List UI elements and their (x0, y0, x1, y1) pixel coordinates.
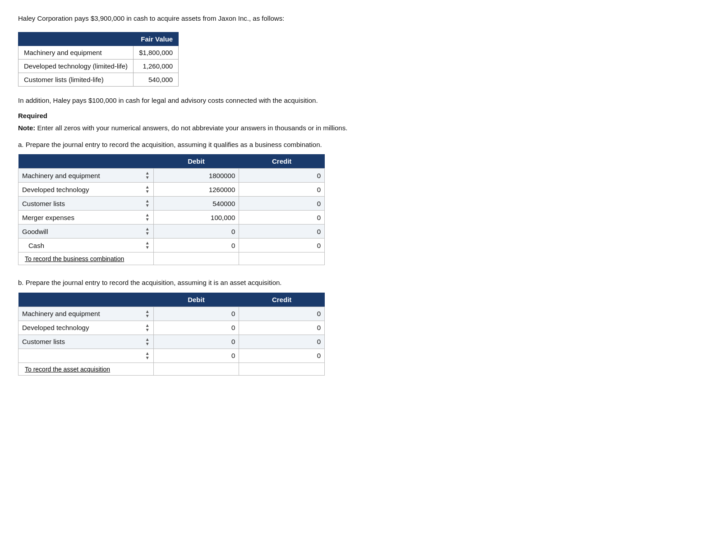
table-row: Goodwill ▲▼ 0 0 (18, 225, 325, 239)
description-link-a: To record the business combination (25, 255, 124, 262)
account-name-a-0: Machinery and equipment (22, 172, 143, 179)
part-a-label: a. Prepare the journal entry to record t… (18, 140, 710, 150)
description-row-b: To record the asset acquisition (18, 363, 325, 375)
stepper[interactable]: ▲▼ (145, 337, 150, 346)
stepper[interactable]: ▲▼ (145, 213, 150, 222)
stepper[interactable]: ▲▼ (145, 185, 150, 194)
required-label: Required (18, 112, 710, 119)
table-row: Developed technology ▲▼ 1260000 0 (18, 183, 325, 197)
account-cell-a-4: Goodwill ▲▼ (18, 225, 154, 239)
fv-account-2: Customer lists (limited-life) (18, 73, 134, 86)
credit-cell-a-1[interactable]: 0 (239, 183, 325, 197)
fair-value-row: Machinery and equipment $1,800,000 (18, 46, 179, 59)
credit-cell-a-5[interactable]: 0 (239, 239, 325, 252)
part-a-credit-header: Credit (239, 154, 325, 169)
desc-credit-a (239, 252, 325, 265)
account-cell-b-1: Developed technology ▲▼ (18, 321, 154, 335)
part-b-label: b. Prepare the journal entry to record t… (18, 278, 710, 288)
description-a: To record the business combination (18, 252, 154, 265)
description-b: To record the asset acquisition (18, 363, 154, 375)
table-row: Customer lists ▲▼ 0 0 (18, 335, 325, 349)
account-cell-a-2: Customer lists ▲▼ (18, 197, 154, 211)
account-cell-a-5: Cash ▲▼ (18, 239, 154, 252)
part-b-credit-header: Credit (239, 293, 325, 307)
account-cell-a-1: Developed technology ▲▼ (18, 183, 154, 197)
table-row: Merger expenses ▲▼ 100,000 0 (18, 211, 325, 225)
account-name-a-5: Cash (28, 242, 143, 249)
table-row: Machinery and equipment ▲▼ 1800000 0 (18, 169, 325, 183)
intro-text: Haley Corporation pays $3,900,000 in cas… (18, 14, 710, 24)
part-b-account-header (18, 293, 154, 307)
part-a-debit-header: Debit (153, 154, 239, 169)
table-row: ▲▼ 0 0 (18, 349, 325, 363)
stepper[interactable]: ▲▼ (145, 199, 150, 208)
part-a-account-header (18, 154, 154, 169)
fair-value-row: Developed technology (limited-life) 1,26… (18, 59, 179, 73)
stepper[interactable]: ▲▼ (145, 323, 150, 332)
account-name-a-1: Developed technology (22, 186, 143, 193)
desc-credit-b (239, 363, 325, 375)
debit-cell-a-0[interactable]: 1800000 (153, 169, 239, 183)
note-text: Note: Enter all zeros with your numerica… (18, 123, 710, 133)
addition-text: In addition, Haley pays $100,000 in cash… (18, 96, 710, 106)
part-a-table: Debit Credit Machinery and equipment ▲▼ … (18, 154, 325, 265)
stepper[interactable]: ▲▼ (145, 227, 150, 236)
stepper[interactable]: ▲▼ (145, 241, 150, 250)
debit-cell-b-0[interactable]: 0 (153, 307, 239, 321)
account-cell-b-3: ▲▼ (18, 349, 154, 363)
credit-cell-b-0[interactable]: 0 (239, 307, 325, 321)
credit-cell-a-2[interactable]: 0 (239, 197, 325, 211)
stepper[interactable]: ▲▼ (145, 309, 150, 318)
fv-value-0: $1,800,000 (134, 46, 179, 59)
desc-debit-a (153, 252, 239, 265)
fv-account-0: Machinery and equipment (18, 46, 134, 59)
fair-value-header: Fair Value (134, 32, 179, 46)
credit-cell-b-1[interactable]: 0 (239, 321, 325, 335)
debit-cell-b-1[interactable]: 0 (153, 321, 239, 335)
credit-cell-b-3[interactable]: 0 (239, 349, 325, 363)
stepper[interactable]: ▲▼ (145, 351, 150, 360)
table-row: Developed technology ▲▼ 0 0 (18, 321, 325, 335)
fv-account-1: Developed technology (limited-life) (18, 59, 134, 73)
table-row: Customer lists ▲▼ 540000 0 (18, 197, 325, 211)
account-cell-b-0: Machinery and equipment ▲▼ (18, 307, 154, 321)
desc-debit-b (153, 363, 239, 375)
account-name-b-2: Customer lists (22, 338, 143, 345)
account-name-a-3: Merger expenses (22, 214, 143, 221)
debit-cell-a-4[interactable]: 0 (153, 225, 239, 239)
fair-value-row: Customer lists (limited-life) 540,000 (18, 73, 179, 86)
debit-cell-b-3[interactable]: 0 (153, 349, 239, 363)
credit-cell-a-0[interactable]: 0 (239, 169, 325, 183)
debit-cell-a-3[interactable]: 100,000 (153, 211, 239, 225)
debit-cell-a-1[interactable]: 1260000 (153, 183, 239, 197)
account-name-b-1: Developed technology (22, 324, 143, 331)
fv-value-1: 1,260,000 (134, 59, 179, 73)
account-cell-a-3: Merger expenses ▲▼ (18, 211, 154, 225)
debit-cell-a-2[interactable]: 540000 (153, 197, 239, 211)
description-row-a: To record the business combination (18, 252, 325, 265)
description-link-b: To record the asset acquisition (25, 366, 110, 373)
table-row: Machinery and equipment ▲▼ 0 0 (18, 307, 325, 321)
debit-cell-b-2[interactable]: 0 (153, 335, 239, 349)
fv-value-2: 540,000 (134, 73, 179, 86)
credit-cell-a-4[interactable]: 0 (239, 225, 325, 239)
account-name-b-0: Machinery and equipment (22, 310, 143, 317)
table-row: Cash ▲▼ 0 0 (18, 239, 325, 252)
account-cell-b-2: Customer lists ▲▼ (18, 335, 154, 349)
fair-value-table: Fair Value Machinery and equipment $1,80… (18, 32, 179, 87)
debit-cell-a-5[interactable]: 0 (153, 239, 239, 252)
stepper[interactable]: ▲▼ (145, 171, 150, 180)
credit-cell-a-3[interactable]: 0 (239, 211, 325, 225)
account-name-a-2: Customer lists (22, 200, 143, 207)
part-b-table: Debit Credit Machinery and equipment ▲▼ … (18, 293, 325, 376)
credit-cell-b-2[interactable]: 0 (239, 335, 325, 349)
account-cell-a-0: Machinery and equipment ▲▼ (18, 169, 154, 183)
part-b-debit-header: Debit (153, 293, 239, 307)
account-name-a-4: Goodwill (22, 228, 143, 235)
